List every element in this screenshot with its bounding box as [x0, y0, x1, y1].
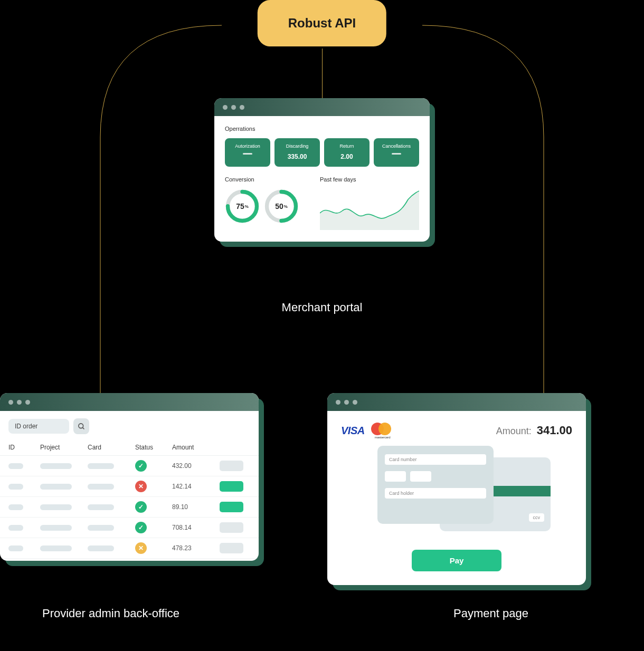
table-row[interactable]: ✕ 478.23 [0, 538, 259, 559]
pay-button[interactable]: Pay [412, 550, 501, 571]
trend-sparkline-chart [320, 189, 419, 230]
status-warning-icon: ✕ [135, 542, 147, 554]
card-number-field[interactable]: Card number [385, 454, 486, 465]
placeholder-cell [40, 504, 72, 510]
placeholder-cell [88, 504, 114, 510]
operations-cards-row: Autorization Discarding 335.00 Return 2.… [225, 138, 419, 167]
status-success-icon: ✓ [135, 460, 147, 472]
ccv-field[interactable]: ccv [529, 513, 545, 522]
search-button[interactable] [73, 418, 89, 434]
window-dot-icon [344, 400, 349, 405]
op-label: Autorization [227, 143, 268, 149]
placeholder-cell [40, 525, 72, 531]
amount-cell: 89.10 [172, 503, 220, 511]
placeholder-cell [40, 545, 72, 551]
window-dot-icon [17, 400, 22, 405]
status-success-icon: ✓ [135, 522, 147, 533]
table-header-row: ID Project Card Status Amount [0, 439, 259, 456]
window-dot-icon [231, 105, 236, 110]
robust-api-pill: Robust API [258, 0, 386, 46]
op-card-return[interactable]: Return 2.00 [324, 138, 370, 167]
backoffice-caption: Provider admin back-office [42, 607, 253, 620]
backoffice-window: ID order ID Project Card Status Amount ✓ [0, 393, 259, 561]
row-action-button[interactable] [220, 461, 243, 471]
col-status: Status [135, 444, 172, 451]
conversion-donut-1: 75% [225, 189, 260, 224]
placeholder-cell [8, 484, 23, 490]
conversion-donut-2: 50% [264, 189, 299, 224]
svg-line-5 [82, 427, 84, 429]
window-dot-icon [240, 105, 244, 110]
placeholder-cell [8, 545, 23, 551]
card-holder-field[interactable]: Card holder [385, 488, 486, 499]
table-row[interactable]: ✓ 708.14 [0, 518, 259, 538]
amount-cell: 142.14 [172, 483, 220, 490]
op-label: Discarding [277, 143, 318, 149]
placeholder-cell [40, 484, 72, 490]
chart-title: Past few days [320, 176, 419, 183]
amount-display: Amount: 341.00 [496, 424, 572, 437]
table-row[interactable]: ✕ 142.14 [0, 476, 259, 497]
svg-point-4 [78, 423, 83, 428]
table-row[interactable]: ✓ 89.10 [0, 497, 259, 518]
conversion-title: Conversion [225, 176, 309, 183]
table-row[interactable]: ✓ 432.00 [0, 456, 259, 476]
amount-cell: 478.23 [172, 544, 220, 552]
col-project: Project [40, 444, 88, 451]
col-card: Card [88, 444, 135, 451]
op-empty-dash [392, 153, 401, 155]
expiry-field-1[interactable] [385, 471, 406, 482]
api-pill-label: Robust API [288, 16, 356, 30]
connector-vertical-line [322, 49, 323, 99]
credit-card-graphic: ccv Card number Card holder [377, 446, 536, 538]
placeholder-cell [88, 463, 114, 469]
op-label: Return [326, 143, 367, 149]
expiry-field-2[interactable] [410, 471, 431, 482]
amount-cell: 432.00 [172, 462, 220, 470]
row-action-button[interactable] [220, 481, 243, 492]
window-titlebar [214, 98, 430, 116]
merchant-portal-caption: Merchant portal [282, 301, 363, 314]
visa-logo-icon: VISA [341, 425, 365, 437]
op-value: 335.00 [277, 153, 318, 160]
mastercard-logo-icon: mastercard [371, 423, 394, 438]
order-id-search-input[interactable]: ID order [8, 419, 69, 434]
operations-title: Operrations [225, 126, 419, 132]
op-empty-dash [243, 153, 252, 155]
window-titlebar [327, 393, 586, 411]
op-card-cancellations[interactable]: Cancellations [374, 138, 419, 167]
search-icon [78, 423, 86, 430]
col-amount: Amount [172, 444, 220, 451]
placeholder-cell [88, 525, 114, 531]
row-action-button[interactable] [220, 502, 243, 512]
amount-value: 341.00 [537, 424, 572, 437]
placeholder-cell [8, 525, 23, 531]
placeholder-cell [8, 463, 23, 469]
donut-value: 75 [236, 202, 244, 210]
placeholder-cell [88, 545, 114, 551]
placeholder-cell [8, 504, 23, 510]
amount-label: Amount: [496, 426, 532, 437]
amount-cell: 708.14 [172, 524, 220, 531]
payment-page-caption: Payment page [412, 607, 570, 620]
op-label: Cancellations [376, 143, 417, 149]
donut-value: 50 [275, 202, 283, 210]
row-action-button[interactable] [220, 522, 243, 533]
status-success-icon: ✓ [135, 501, 147, 513]
merchant-portal-window: Operrations Autorization Discarding 335.… [214, 98, 430, 242]
payment-page-window: VISA mastercard Amount: 341.00 ccv Card … [327, 393, 586, 585]
window-titlebar [0, 393, 259, 411]
op-card-discarding[interactable]: Discarding 335.00 [274, 138, 320, 167]
window-dot-icon [336, 400, 340, 405]
window-dot-icon [25, 400, 30, 405]
window-dot-icon [8, 400, 13, 405]
op-value: 2.00 [326, 153, 367, 160]
placeholder-cell [40, 463, 72, 469]
card-front-graphic: Card number Card holder [377, 446, 494, 524]
row-action-button[interactable] [220, 543, 243, 553]
op-card-authorization[interactable]: Autorization [225, 138, 270, 167]
window-dot-icon [353, 400, 357, 405]
col-id: ID [8, 444, 40, 451]
placeholder-cell [88, 484, 114, 490]
window-dot-icon [223, 105, 228, 110]
